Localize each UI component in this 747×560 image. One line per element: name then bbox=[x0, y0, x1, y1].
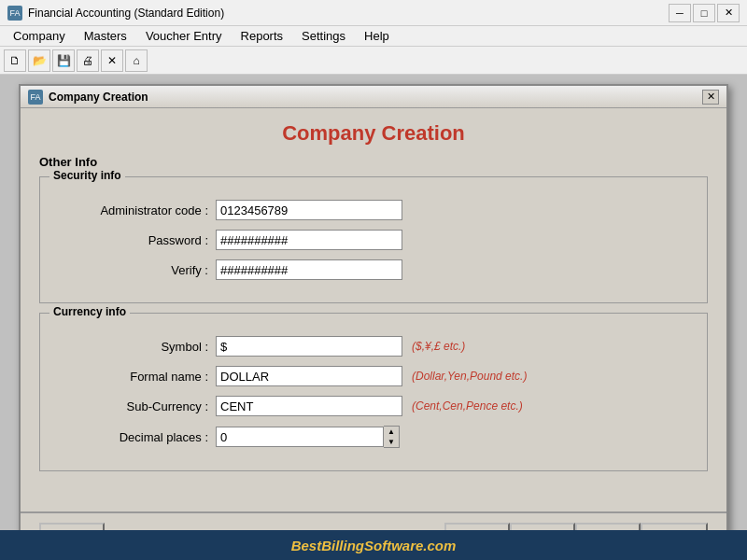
currency-info-group: Currency info Symbol : ($,¥,£ etc.) Form… bbox=[39, 313, 708, 471]
toolbar-new-button[interactable]: 🗋 bbox=[4, 49, 26, 72]
decimal-places-spinner: ▲ ▼ bbox=[216, 426, 400, 448]
formal-name-hint: (Dollar,Yen,Pound etc.) bbox=[412, 370, 527, 383]
close-button[interactable]: ✕ bbox=[717, 4, 740, 22]
menu-voucher-entry[interactable]: Voucher Entry bbox=[136, 27, 232, 45]
menu-bar: Company Masters Voucher Entry Reports Se… bbox=[0, 26, 747, 47]
app-title: Financial Accounting (Standard Edition) bbox=[28, 7, 224, 20]
admin-code-label: Administrator code : bbox=[59, 203, 208, 217]
spinner-up-button[interactable]: ▲ bbox=[384, 427, 399, 437]
footer-suffix: .com bbox=[423, 538, 456, 553]
formal-name-label: Formal name : bbox=[59, 370, 208, 384]
spinner-down-button[interactable]: ▼ bbox=[384, 437, 399, 447]
admin-code-row: Administrator code : bbox=[59, 200, 688, 220]
decimal-places-input[interactable] bbox=[216, 427, 384, 447]
main-area: FA Company Creation ✕ Company Creation O… bbox=[0, 75, 747, 560]
menu-company[interactable]: Company bbox=[4, 27, 75, 45]
password-input[interactable] bbox=[216, 230, 402, 250]
dialog-content: Other Info Security info Administrator c… bbox=[21, 155, 726, 506]
menu-masters[interactable]: Masters bbox=[75, 27, 136, 45]
decimal-places-label: Decimal places : bbox=[59, 430, 208, 444]
dialog-close-button[interactable]: ✕ bbox=[702, 90, 719, 105]
symbol-input[interactable] bbox=[216, 336, 402, 357]
currency-info-title: Currency info bbox=[49, 305, 130, 318]
password-row: Password : bbox=[59, 230, 688, 250]
maximize-button[interactable]: □ bbox=[693, 4, 715, 22]
toolbar-open-button[interactable]: 📂 bbox=[28, 49, 50, 72]
menu-reports[interactable]: Reports bbox=[232, 27, 293, 45]
company-creation-dialog: FA Company Creation ✕ Company Creation O… bbox=[19, 84, 728, 560]
subcurrency-hint: (Cent,Cen,Pence etc.) bbox=[412, 399, 523, 413]
toolbar-home-button[interactable]: ⌂ bbox=[125, 49, 148, 72]
spinner-buttons: ▲ ▼ bbox=[384, 426, 400, 448]
dialog-icon: FA bbox=[28, 90, 43, 105]
title-bar-left: FA Financial Accounting (Standard Editio… bbox=[7, 6, 224, 21]
footer-banner: BestBillingSoftware.com bbox=[0, 530, 747, 560]
footer-highlight: BillingSoftware bbox=[321, 538, 423, 553]
toolbar-delete-button[interactable]: ✕ bbox=[101, 49, 123, 72]
symbol-row: Symbol : ($,¥,£ etc.) bbox=[59, 336, 688, 357]
title-bar: FA Financial Accounting (Standard Editio… bbox=[0, 0, 747, 26]
dialog-body: Other Info Security info Administrator c… bbox=[21, 155, 726, 471]
formal-name-row: Formal name : (Dollar,Yen,Pound etc.) bbox=[59, 366, 688, 386]
verify-input[interactable] bbox=[216, 259, 402, 280]
security-info-title: Security info bbox=[49, 169, 125, 182]
toolbar-save-button[interactable]: 💾 bbox=[52, 49, 75, 72]
symbol-hint: ($,¥,£ etc.) bbox=[412, 340, 465, 353]
subcurrency-input[interactable] bbox=[216, 396, 402, 416]
menu-help[interactable]: Help bbox=[355, 27, 399, 45]
footer-prefix: Best bbox=[291, 538, 322, 553]
minimize-button[interactable]: ─ bbox=[669, 4, 691, 22]
subcurrency-label: Sub-Currency : bbox=[59, 399, 208, 413]
toolbar: 🗋 📂 💾 🖨 ✕ ⌂ bbox=[0, 47, 747, 75]
verify-row: Verify : bbox=[59, 259, 688, 280]
symbol-label: Symbol : bbox=[59, 340, 208, 354]
dialog-heading: Company Creation bbox=[21, 108, 726, 155]
title-bar-controls: ─ □ ✕ bbox=[669, 4, 740, 22]
dialog-title-bar: FA Company Creation ✕ bbox=[21, 86, 726, 108]
toolbar-print-button[interactable]: 🖨 bbox=[77, 49, 99, 72]
security-info-group: Security info Administrator code : Passw… bbox=[39, 176, 708, 303]
password-label: Password : bbox=[59, 233, 208, 247]
dialog-title-text: Company Creation bbox=[49, 91, 148, 104]
other-info-label: Other Info bbox=[39, 155, 708, 169]
subcurrency-row: Sub-Currency : (Cent,Cen,Pence etc.) bbox=[59, 396, 688, 416]
verify-label: Verify : bbox=[59, 263, 208, 277]
menu-settings[interactable]: Settings bbox=[292, 27, 355, 45]
footer-text: BestBillingSoftware.com bbox=[291, 538, 457, 553]
app-icon: FA bbox=[7, 6, 22, 21]
dialog-title-left: FA Company Creation bbox=[28, 90, 148, 105]
decimal-places-row: Decimal places : ▲ ▼ bbox=[59, 426, 688, 448]
formal-name-input[interactable] bbox=[216, 366, 402, 386]
admin-code-input[interactable] bbox=[216, 200, 402, 220]
